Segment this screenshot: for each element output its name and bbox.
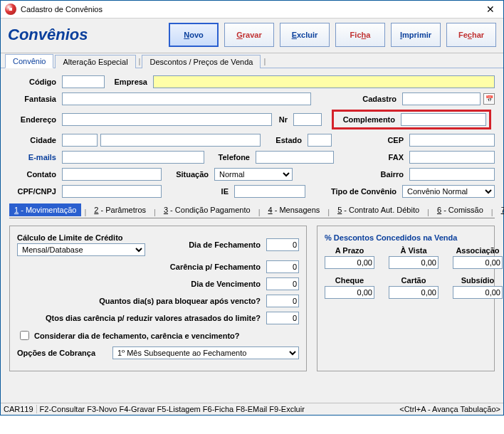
cartao-header: Cartão <box>389 276 439 285</box>
app-icon <box>5 4 16 15</box>
cartao-input[interactable] <box>389 286 439 299</box>
estado-input[interactable] <box>308 134 332 147</box>
status-keys: F2-Consultar F3-Novo F4-Gravar F5-Listag… <box>37 405 400 413</box>
carencia-label: Carência p/ Fechamento <box>17 263 263 271</box>
calc-frame: Cálculo de Limite de Crédito Mensal/Data… <box>9 226 307 371</box>
bloquear-input[interactable] <box>266 295 299 307</box>
telefone-label: Telefone <box>207 153 253 162</box>
assoc-input[interactable] <box>453 256 503 269</box>
avista-input[interactable] <box>389 256 439 269</box>
tab-separator: | <box>262 57 267 68</box>
novo-button[interactable]: Novo <box>169 23 219 47</box>
fax-input[interactable] <box>409 151 495 164</box>
discounts-frame: % Descontos Concedidos na Venda A Prazo … <box>317 226 495 371</box>
subtab-condicao[interactable]: 3 - Condição Pagamento <box>159 203 256 216</box>
dia-venc-label: Dia de Vencimento <box>17 280 263 288</box>
subsidio-header: Subsídio <box>453 276 503 285</box>
ficha-button[interactable]: Ficha <box>335 23 385 47</box>
cheque-input[interactable] <box>325 286 374 299</box>
status-code: CAR119 <box>4 405 37 413</box>
subtab-emissao[interactable]: 7 - Emissão NF <box>496 203 504 216</box>
complemento-highlight: Complemento <box>332 110 491 129</box>
emails-label: E-mails <box>9 153 59 162</box>
carencia-input[interactable] <box>266 260 299 273</box>
close-icon[interactable]: ✕ <box>482 4 499 15</box>
app-title: Convênios <box>8 26 169 44</box>
empresa-input[interactable] <box>153 75 495 88</box>
calendar-icon[interactable]: 📅 <box>483 93 495 105</box>
fantasia-label: Fantasia <box>9 95 59 103</box>
subtab-mensagens[interactable]: 4 - Mensagens <box>263 203 325 216</box>
calc-mode-select[interactable]: Mensal/Database <box>17 243 145 256</box>
subtab-comissao[interactable]: 6 - Comissão <box>432 203 488 216</box>
empresa-label: Empresa <box>107 78 150 86</box>
discounts-title: % Descontos Concedidos na Venda <box>325 233 487 242</box>
cep-input[interactable] <box>409 134 495 147</box>
nr-label: Nr <box>275 115 290 124</box>
situacao-select[interactable]: Normal <box>214 168 293 181</box>
titlebar: Cadastro de Convênios ✕ <box>1 1 503 18</box>
emails-input[interactable] <box>62 151 204 164</box>
toolbar: Novo Gravar Excluir Ficha Imprimir Fecha… <box>169 23 496 47</box>
complemento-input[interactable] <box>401 113 486 126</box>
cheque-header: Cheque <box>325 276 374 285</box>
situacao-label: Situação <box>164 170 211 179</box>
considerar-checkbox[interactable] <box>20 331 29 340</box>
tab-convenio[interactable]: Convênio <box>5 54 53 68</box>
fax-label: FAX <box>371 153 406 162</box>
complemento-label: Complemento <box>337 115 398 124</box>
status-bar: CAR119 F2-Consultar F3-Novo F4-Gravar F5… <box>1 403 503 415</box>
form-body: Código Empresa Fantasia Cadastro 📅 Ender… <box>1 68 503 403</box>
cadastro-label: Cadastro <box>350 95 399 103</box>
status-hint: <Ctrl+A - Avança Tabulação> <box>399 405 500 413</box>
tab-descontos[interactable]: Descontos / Preços de Venda <box>142 55 261 68</box>
tipo-label: Tipo de Convênio <box>321 187 399 196</box>
codigo-input[interactable] <box>62 75 105 88</box>
avista-header: À Vista <box>389 246 439 255</box>
excluir-button[interactable]: Excluir <box>280 23 330 47</box>
endereco-input[interactable] <box>62 113 272 126</box>
cadastro-input[interactable] <box>402 92 481 105</box>
tab-separator: | <box>137 57 142 68</box>
dia-venc-input[interactable] <box>266 277 299 290</box>
subtabs: 1 - Movimentação| 2 - Parâmetros| 3 - Co… <box>9 203 495 218</box>
telefone-input[interactable] <box>256 151 334 164</box>
aprazo-header: A Prazo <box>325 246 374 255</box>
opcoes-label: Opções de Cobrança <box>17 349 110 357</box>
window: Cadastro de Convênios ✕ Convênios Novo G… <box>0 0 504 416</box>
bairro-label: Bairro <box>371 170 406 179</box>
bairro-input[interactable] <box>409 168 495 181</box>
tab-alteracao[interactable]: Alteração Especial <box>55 55 135 68</box>
considerar-label: Considerar dia de fechamento, carência e… <box>34 332 299 340</box>
reduzir-input[interactable] <box>266 312 299 324</box>
ie-input[interactable] <box>234 185 305 198</box>
dia-fechamento-label: Dia de Fechamento <box>155 240 263 249</box>
fechar-button[interactable]: Fechar <box>446 23 496 47</box>
opcoes-select[interactable]: 1º Mês Subsequente ao Fechamento <box>112 346 299 359</box>
header: Convênios Novo Gravar Excluir Ficha Impr… <box>1 18 503 53</box>
assoc-header: Associação <box>453 246 503 255</box>
imprimir-button[interactable]: Imprimir <box>391 23 441 47</box>
gravar-button[interactable]: Gravar <box>224 23 274 47</box>
aprazo-input[interactable] <box>325 256 374 269</box>
codigo-label: Código <box>9 78 59 86</box>
estado-label: Estado <box>263 136 305 144</box>
subsidio-input[interactable] <box>453 286 503 299</box>
contato-input[interactable] <box>62 168 162 181</box>
tipo-select[interactable]: Convênio Normal <box>402 185 495 198</box>
reduzir-label: Qtos dias carência p/ reduzir valores at… <box>17 314 263 322</box>
main-tabs: Convênio Alteração Especial | Descontos … <box>1 53 503 68</box>
cpfcnpj-input[interactable] <box>62 185 162 198</box>
endereco-label: Endereço <box>9 115 59 124</box>
ie-label: IE <box>214 187 231 196</box>
subtab-movimentacao[interactable]: 1 - Movimentação <box>9 203 81 216</box>
dia-fechamento-input[interactable] <box>266 238 299 251</box>
cidade-code-input[interactable] <box>62 134 98 147</box>
subtab-parametros[interactable]: 2 - Parâmetros <box>89 203 151 216</box>
subtab-contrato[interactable]: 5 - Contrato Aut. Débito <box>332 203 424 216</box>
nr-input[interactable] <box>293 113 322 126</box>
bloquear-label: Quantos dia(s) para bloquear após vencto… <box>17 297 263 305</box>
cidade-name-input[interactable] <box>100 134 261 147</box>
window-title: Cadastro de Convênios <box>21 5 482 14</box>
fantasia-input[interactable] <box>62 92 311 105</box>
